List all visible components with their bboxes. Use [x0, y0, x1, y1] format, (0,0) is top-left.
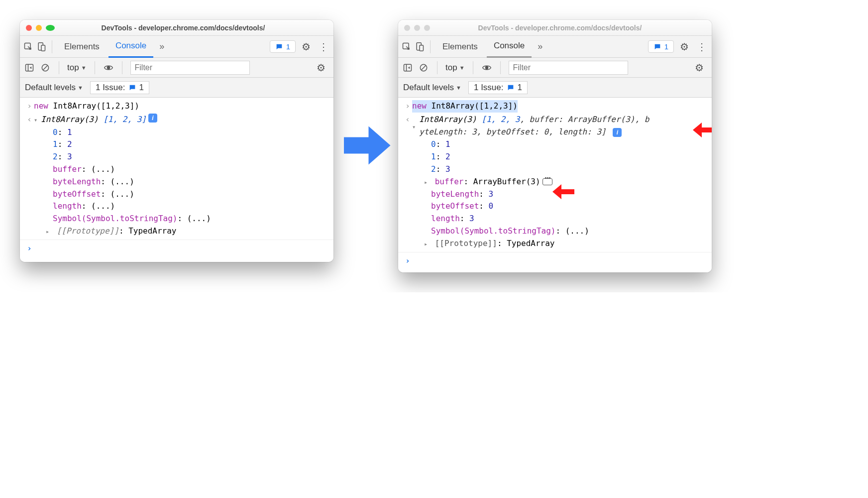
prompt-row[interactable]: ›: [398, 254, 712, 268]
prop-row[interactable]: byteLength: (...): [20, 176, 333, 188]
tab-elements[interactable]: Elements: [57, 36, 107, 58]
console-body[interactable]: › new Int8Array([1,2,3]) ‹ Int8Array(3) …: [20, 98, 333, 262]
console-subtoolbar: Default levels ▼ 1 Issue: 1: [398, 78, 712, 98]
live-expression-icon[interactable]: [103, 62, 114, 73]
memory-inspector-icon[interactable]: [542, 178, 552, 185]
close-dot[interactable]: [26, 25, 32, 31]
device-toggle-icon[interactable]: [36, 41, 47, 52]
svg-rect-8: [420, 45, 424, 51]
tab-console[interactable]: Console: [108, 36, 153, 58]
prompt-row[interactable]: ›: [20, 242, 333, 255]
console-settings-icon[interactable]: ⚙︎: [313, 62, 329, 74]
zoom-dot[interactable]: [46, 25, 55, 31]
prop-row[interactable]: 2: 3: [20, 151, 333, 163]
inspect-icon[interactable]: [401, 41, 412, 52]
minimize-dot[interactable]: [36, 25, 42, 31]
prop-row[interactable]: length: 3: [398, 213, 712, 225]
issues-counter[interactable]: 1 Issue: 1: [468, 81, 528, 94]
console-toolbar: top▼ ⚙︎: [20, 58, 333, 78]
info-icon[interactable]: i: [613, 128, 622, 137]
prop-row[interactable]: 0: 1: [20, 126, 333, 139]
device-toggle-icon[interactable]: [414, 41, 425, 52]
svg-rect-2: [41, 45, 45, 51]
sidebar-toggle-icon[interactable]: [402, 62, 413, 73]
output-summary[interactable]: ‹ Int8Array(3) [1, 2, 3] i: [20, 113, 333, 126]
settings-icon[interactable]: ⚙︎: [676, 41, 693, 53]
traffic-lights[interactable]: [404, 25, 430, 31]
kebab-menu-icon[interactable]: ⋮: [695, 41, 709, 53]
annotation-arrow-icon: [552, 184, 574, 199]
devtools-window-after: DevTools - developer.chrome.com/docs/dev…: [398, 20, 712, 272]
input-row: › new Int8Array([1,2,3]): [398, 100, 712, 113]
proto-row[interactable]: [[Prototype]]: TypedArray: [20, 225, 333, 238]
svg-rect-3: [26, 64, 33, 71]
input-row: › new Int8Array([1,2,3]): [20, 100, 333, 113]
svg-point-11: [485, 66, 488, 69]
disclosure-icon[interactable]: [46, 225, 52, 238]
titlebar[interactable]: DevTools - developer.chrome.com/docs/dev…: [20, 20, 333, 36]
more-tabs-icon[interactable]: »: [534, 41, 546, 52]
execution-context-dropdown[interactable]: top▼: [445, 63, 465, 73]
prop-row[interactable]: 2: 3: [398, 163, 712, 176]
execution-context-dropdown[interactable]: top▼: [67, 63, 87, 73]
issues-badge[interactable]: 1: [648, 40, 674, 53]
svg-rect-9: [404, 64, 412, 71]
more-tabs-icon[interactable]: »: [155, 41, 168, 52]
window-title: DevTools - developer.chrome.com/docs/dev…: [434, 24, 706, 32]
clear-console-icon[interactable]: [40, 62, 51, 73]
live-expression-icon[interactable]: [481, 62, 492, 73]
annotation-arrow-icon: [693, 123, 712, 137]
inspect-icon[interactable]: [23, 41, 34, 52]
tab-console[interactable]: Console: [487, 36, 532, 58]
clear-console-icon[interactable]: [418, 62, 429, 73]
prop-row[interactable]: Symbol(Symbol.toStringTag): (...): [398, 225, 712, 238]
window-title: DevTools - developer.chrome.com/docs/dev…: [59, 24, 327, 32]
svg-point-5: [107, 66, 109, 69]
prop-row[interactable]: 1: 2: [20, 138, 333, 151]
console-toolbar: top▼ ⚙︎: [398, 58, 712, 78]
titlebar[interactable]: DevTools - developer.chrome.com/docs/dev…: [398, 20, 712, 36]
levels-dropdown[interactable]: Default levels ▼: [403, 83, 461, 93]
prop-row[interactable]: 0: 1: [398, 138, 712, 151]
issues-counter[interactable]: 1 Issue: 1: [90, 81, 149, 94]
levels-dropdown[interactable]: Default levels ▼: [25, 83, 83, 93]
kebab-menu-icon[interactable]: ⋮: [317, 41, 330, 53]
prop-row[interactable]: buffer: (...): [20, 163, 333, 176]
filter-input[interactable]: [130, 61, 250, 75]
transition-arrow-icon: [338, 118, 393, 175]
prop-row[interactable]: byteOffset: 0: [398, 200, 712, 213]
close-dot[interactable]: [404, 25, 410, 31]
console-settings-icon[interactable]: ⚙︎: [691, 62, 708, 74]
tab-elements[interactable]: Elements: [435, 36, 485, 58]
minimize-dot[interactable]: [414, 25, 420, 31]
devtools-window-before: DevTools - developer.chrome.com/docs/dev…: [20, 20, 333, 262]
main-tabbar: Elements Console » 1 ⚙︎ ⋮: [20, 36, 333, 58]
sidebar-toggle-icon[interactable]: [24, 62, 35, 73]
settings-icon[interactable]: ⚙︎: [298, 41, 315, 53]
disclosure-icon[interactable]: [34, 114, 40, 126]
prop-row[interactable]: Symbol(Symbol.toStringTag): (...): [20, 213, 333, 225]
prop-row[interactable]: 1: 2: [398, 151, 712, 163]
main-tabbar: Elements Console » 1 ⚙︎ ⋮: [398, 36, 712, 58]
disclosure-icon[interactable]: [424, 176, 430, 188]
issues-badge[interactable]: 1: [270, 40, 296, 53]
info-icon[interactable]: i: [148, 114, 157, 123]
console-subtoolbar: Default levels ▼ 1 Issue: 1: [20, 78, 333, 98]
output-summary[interactable]: ‹ Int8Array(3) [1, 2, 3, buffer: ArrayBu…: [398, 113, 712, 139]
traffic-lights[interactable]: [26, 25, 55, 31]
filter-input[interactable]: [509, 61, 628, 75]
disclosure-icon[interactable]: [412, 121, 418, 133]
prop-row[interactable]: byteOffset: (...): [20, 188, 333, 201]
proto-row[interactable]: [[Prototype]]: TypedArray: [398, 238, 712, 250]
zoom-dot[interactable]: [424, 25, 430, 31]
disclosure-icon[interactable]: [424, 238, 430, 250]
prop-row[interactable]: length: (...): [20, 200, 333, 213]
